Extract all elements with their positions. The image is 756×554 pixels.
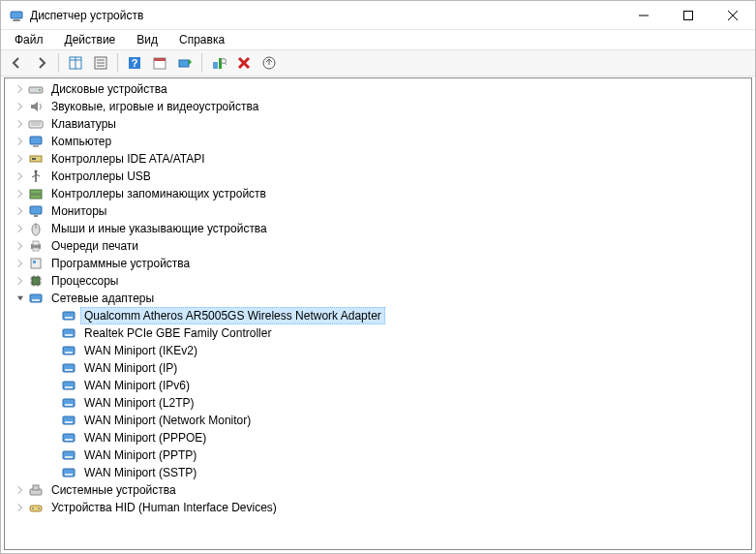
- tree-device[interactable]: WAN Miniport (IPv6): [5, 377, 751, 394]
- system-icon: [28, 482, 44, 498]
- tree-spacer: [45, 465, 61, 480]
- tree-category[interactable]: Контроллеры запоминающих устройств: [5, 185, 751, 202]
- cpu-icon: [28, 273, 44, 289]
- svg-point-21: [222, 59, 227, 64]
- chevron-right-icon[interactable]: [13, 203, 28, 219]
- tree-device-label: Realtek PCIe GBE Family Controller: [80, 324, 275, 342]
- forward-button[interactable]: [30, 51, 53, 75]
- tree-category-label: Компьютер: [47, 133, 115, 150]
- help-button[interactable]: ?: [123, 51, 146, 75]
- close-button[interactable]: [711, 1, 755, 30]
- tree-device[interactable]: WAN Miniport (IKEv2): [5, 342, 751, 359]
- soft-icon: [28, 256, 44, 271]
- device-tree[interactable]: Дисковые устройстваЗвуковые, игровые и в…: [5, 78, 751, 549]
- computer-icon: [28, 134, 44, 149]
- chevron-right-icon[interactable]: [13, 186, 28, 201]
- chevron-right-icon[interactable]: [13, 221, 28, 236]
- chevron-right-icon[interactable]: [13, 482, 28, 498]
- net-icon: [61, 325, 76, 341]
- chevron-right-icon[interactable]: [13, 238, 28, 254]
- keyboard-icon: [28, 116, 44, 132]
- svg-rect-1: [14, 19, 19, 20]
- tree-category[interactable]: Очереди печати: [5, 237, 751, 255]
- tree-device-label: WAN Miniport (L2TP): [80, 394, 198, 412]
- tree-device-label: WAN Miniport (SSTP): [80, 464, 200, 481]
- tree-device[interactable]: WAN Miniport (PPPOE): [5, 429, 751, 446]
- net-icon: [61, 430, 76, 446]
- tree-device[interactable]: Qualcomm Atheros AR5005GS Wireless Netwo…: [5, 307, 751, 324]
- tree-spacer: [45, 413, 61, 428]
- tree-category[interactable]: Контроллеры USB: [5, 168, 751, 185]
- chevron-right-icon[interactable]: [13, 256, 28, 271]
- tree-spacer: [30, 325, 45, 341]
- chevron-right-icon[interactable]: [13, 81, 28, 97]
- tree-category[interactable]: Устройства HID (Human Interface Devices): [5, 499, 751, 516]
- tree-device[interactable]: WAN Miniport (SSTP): [5, 464, 751, 481]
- usb-icon: [28, 169, 44, 184]
- tree-category[interactable]: Клавиатуры: [5, 115, 751, 133]
- menu-help[interactable]: Справка: [171, 31, 232, 48]
- net-icon: [61, 343, 76, 358]
- tree-device-label: WAN Miniport (IPv6): [80, 377, 194, 394]
- svg-rect-18: [179, 60, 189, 67]
- tree-spacer: [30, 378, 45, 393]
- tree-device-label: WAN Miniport (PPTP): [80, 446, 200, 464]
- tree-category[interactable]: Системные устройства: [5, 481, 751, 499]
- tree-category[interactable]: Дисковые устройства: [5, 80, 751, 98]
- tree-device[interactable]: WAN Miniport (PPTP): [5, 446, 751, 464]
- tree-spacer: [45, 360, 61, 376]
- tree-spacer: [30, 430, 45, 446]
- tree-device[interactable]: Realtek PCIe GBE Family Controller: [5, 324, 751, 342]
- chevron-right-icon[interactable]: [13, 151, 28, 167]
- show-details-button[interactable]: [64, 51, 87, 75]
- menu-file[interactable]: Файл: [7, 31, 51, 48]
- tree-device[interactable]: WAN Miniport (IP): [5, 359, 751, 377]
- chevron-right-icon[interactable]: [13, 99, 28, 114]
- tree-device-label: WAN Miniport (PPPOE): [80, 429, 210, 446]
- tree-category[interactable]: Мыши и иные указывающие устройства: [5, 220, 751, 237]
- menu-view[interactable]: Вид: [129, 31, 166, 48]
- chevron-right-icon[interactable]: [13, 134, 28, 149]
- app-icon: [9, 8, 24, 23]
- back-button[interactable]: [5, 51, 28, 75]
- chevron-right-icon[interactable]: [13, 116, 28, 132]
- tree-category-label: Очереди печати: [47, 237, 142, 255]
- menu-action[interactable]: Действие: [57, 31, 124, 48]
- tree-spacer: [30, 413, 45, 428]
- minimize-button[interactable]: [621, 1, 666, 30]
- tree-category[interactable]: Мониторы: [5, 202, 751, 220]
- chevron-right-icon[interactable]: [13, 500, 28, 515]
- chevron-down-icon[interactable]: [13, 291, 28, 306]
- tree-spacer: [30, 343, 45, 358]
- uninstall-button[interactable]: [232, 51, 256, 75]
- maximize-button[interactable]: [666, 1, 711, 30]
- tree-category[interactable]: Компьютер: [5, 133, 751, 150]
- tree-category[interactable]: Звуковые, игровые и видеоустройства: [5, 98, 751, 115]
- tree-category-label: Контроллеры USB: [47, 168, 155, 185]
- tree-category-label: Контроллеры запоминающих устройств: [47, 185, 270, 202]
- tree-category[interactable]: Процессоры: [5, 272, 751, 290]
- tree-spacer: [30, 360, 45, 376]
- event-button[interactable]: [148, 51, 171, 75]
- tree-spacer: [45, 378, 61, 393]
- net-icon: [28, 291, 44, 306]
- tree-device[interactable]: WAN Miniport (Network Monitor): [5, 412, 751, 429]
- tree-category-label: Звуковые, игровые и видеоустройства: [47, 98, 262, 115]
- tree-category[interactable]: Программные устройства: [5, 255, 751, 272]
- scan-button[interactable]: [207, 51, 230, 75]
- tree-category-label: Устройства HID (Human Interface Devices): [47, 499, 281, 516]
- tree-spacer: [45, 308, 61, 323]
- tree-spacer: [30, 308, 45, 323]
- properties-button[interactable]: [89, 51, 112, 75]
- tree-spacer: [45, 395, 61, 411]
- eject-button[interactable]: [257, 51, 281, 75]
- chevron-right-icon[interactable]: [13, 273, 28, 289]
- chevron-right-icon[interactable]: [13, 169, 28, 184]
- window-title: Диспетчер устройств: [30, 9, 621, 22]
- tree-device-label: WAN Miniport (Network Monitor): [80, 412, 255, 429]
- tree-device[interactable]: WAN Miniport (L2TP): [5, 394, 751, 412]
- tree-category[interactable]: Контроллеры IDE ATA/ATAPI: [5, 150, 751, 168]
- update-driver-button[interactable]: [173, 51, 197, 75]
- tree-category[interactable]: Сетевые адаптеры: [5, 290, 751, 307]
- svg-rect-0: [11, 12, 22, 18]
